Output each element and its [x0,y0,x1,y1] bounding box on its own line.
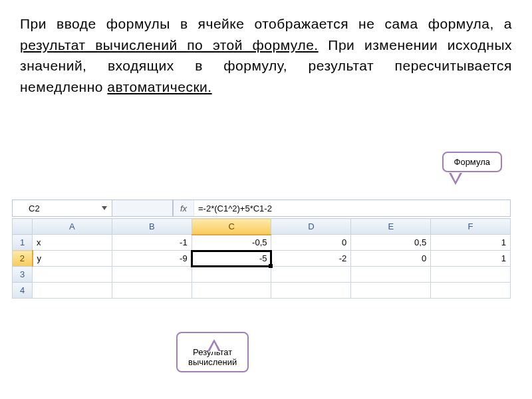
col-header-d[interactable]: D [271,219,351,235]
excel-screenshot: C2 fx =-2*(C1^2)+5*C1-2 A B C D E F [12,200,511,299]
fx-icon: fx [180,203,187,213]
column-header-row: A B C D E F [13,219,511,235]
name-box[interactable]: C2 [15,203,100,213]
table-row: 1 x -1 -0,5 0 0,5 1 [13,235,511,251]
table-row: 2 y -9 -5 -2 0 1 [13,251,511,267]
cell[interactable] [431,283,511,299]
col-header-f[interactable]: F [431,219,511,235]
cell[interactable]: 0 [271,235,351,251]
formula-bar: C2 fx =-2*(C1^2)+5*C1-2 [12,200,511,217]
cell[interactable] [351,283,431,299]
formula-bar-spacer [112,200,173,216]
cell[interactable]: y [33,251,112,267]
formula-bar-input-area: fx =-2*(C1^2)+5*C1-2 [173,200,510,216]
callout-result: Результат вычислений [176,332,249,372]
callout-formula-pointer [449,173,462,185]
cell[interactable]: x [33,235,112,251]
col-header-a[interactable]: A [33,219,112,235]
col-header-c[interactable]: C [192,219,271,235]
cell[interactable]: 0,5 [351,235,431,251]
callout-formula: Формула [442,152,502,172]
select-all-corner[interactable] [13,219,33,235]
row-header-4[interactable]: 4 [13,283,33,299]
cell[interactable]: 1 [431,251,511,267]
row-header-3[interactable]: 3 [13,267,33,283]
cell[interactable] [112,283,192,299]
callout-result-pointer [207,339,221,351]
text-part-1: При вводе формулы в ячейке отображается … [20,16,512,31]
cell[interactable]: 0 [351,251,431,267]
active-cell[interactable]: -5 [192,251,271,267]
cell[interactable] [431,267,511,283]
text-underline-2: автоматически. [107,79,211,94]
spreadsheet-grid[interactable]: A B C D E F 1 x -1 -0,5 0 0,5 1 2 y -9 [12,218,511,299]
cell[interactable] [112,267,192,283]
cell[interactable]: -2 [271,251,351,267]
col-header-e[interactable]: E [351,219,431,235]
row-header-2[interactable]: 2 [13,251,33,267]
cell[interactable] [192,267,271,283]
explanation-paragraph: При вводе формулы в ячейке отображается … [20,13,512,97]
cell[interactable] [192,283,271,299]
name-box-dropdown[interactable] [100,203,109,213]
row-header-1[interactable]: 1 [13,235,33,251]
grid-body: 1 x -1 -0,5 0 0,5 1 2 y -9 -5 -2 0 1 3 [13,235,511,299]
table-row: 3 [13,267,511,283]
cell[interactable] [271,267,351,283]
cell[interactable] [271,283,351,299]
cell[interactable] [33,267,112,283]
name-box-container[interactable]: C2 [13,200,112,216]
cell[interactable]: 1 [431,235,511,251]
cell[interactable]: -0,5 [192,235,271,251]
col-header-b[interactable]: B [112,219,192,235]
table-row: 4 [13,283,511,299]
cell[interactable] [351,267,431,283]
callout-formula-label: Формула [454,157,490,167]
cell[interactable]: -1 [112,235,192,251]
chevron-down-icon [102,206,107,210]
fx-button[interactable]: fx [174,200,194,216]
cell[interactable]: -9 [112,251,192,267]
cell[interactable] [33,283,112,299]
formula-input[interactable]: =-2*(C1^2)+5*C1-2 [194,200,510,216]
text-underline-1: результат вычислений по этой формуле. [20,37,319,53]
